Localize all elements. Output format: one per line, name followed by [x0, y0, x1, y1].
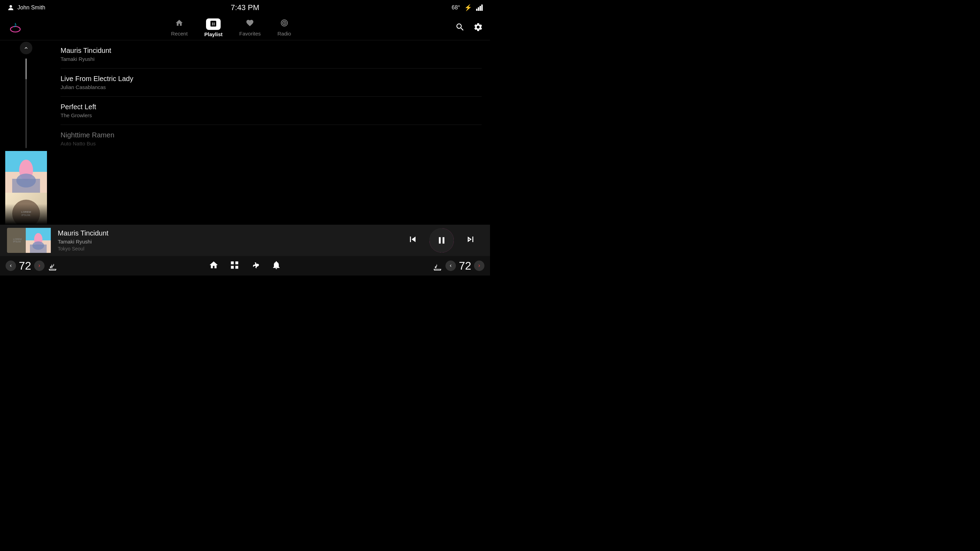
tab-recent-label: Recent	[171, 30, 188, 37]
player-controls	[407, 228, 476, 252]
seat-heat-right-icon	[432, 260, 443, 271]
tab-favorites[interactable]: Favorites	[239, 19, 261, 37]
temp-right-display: 72	[459, 259, 471, 272]
song-title-1: Live From Electric Lady	[60, 75, 482, 83]
album-art-1-svg	[5, 151, 47, 193]
main-content: LOREMIPSUM. COLOR SHAPE	[0, 40, 490, 256]
svg-rect-12	[12, 179, 40, 193]
now-playing-info: Mauris Tincidunt Tamaki Ryushi Tokyo Seo…	[58, 229, 402, 251]
song-item-0[interactable]: Mauris Tincidunt Tamaki Ryushi	[60, 40, 482, 68]
temp-right-value: 72	[459, 259, 471, 272]
tab-playlist-label: Playlist	[204, 31, 223, 37]
favorites-tab-icon	[246, 19, 254, 29]
tab-favorites-label: Favorites	[239, 30, 261, 37]
svg-point-0	[10, 5, 12, 8]
grid-button[interactable]	[230, 260, 239, 272]
radio-tab-icon	[280, 19, 288, 29]
playlist-tab-icon-box	[206, 18, 221, 30]
notifications-button[interactable]	[272, 260, 281, 272]
temp-left-increase[interactable]	[34, 260, 45, 271]
temp-left-decrease[interactable]	[6, 260, 16, 271]
status-bar: John Smith 7:43 PM 68° ⚡	[0, 0, 490, 15]
temp-right-increase[interactable]	[474, 260, 484, 271]
temp-left-display: 72	[19, 259, 31, 272]
song-item-3[interactable]: Nighttime Ramen Auto Natto Bus	[60, 125, 482, 153]
now-playing-art-stack: LOREMIPSUM	[7, 228, 52, 253]
signal-icon	[476, 5, 483, 11]
song-artist-1: Julian Casablancas	[60, 84, 482, 90]
bottom-center-controls	[209, 260, 281, 272]
next-track-label: Tokyo Seoul	[58, 246, 402, 251]
seat-heat-left-icon	[47, 260, 58, 271]
svg-rect-3	[480, 6, 481, 11]
seat-heat-left-button[interactable]	[47, 260, 58, 271]
search-button[interactable]	[455, 22, 465, 33]
prev-track-button[interactable]	[407, 234, 418, 247]
bluetooth-icon: ⚡	[464, 4, 472, 11]
now-playing-artist: Tamaki Ryushi	[58, 239, 402, 245]
next-track-button[interactable]	[465, 234, 476, 247]
status-time: 7:43 PM	[231, 3, 259, 12]
song-title-3: Nighttime Ramen	[60, 131, 482, 139]
pause-icon	[436, 235, 447, 246]
svg-point-25	[255, 264, 256, 266]
temp-right-decrease[interactable]	[445, 260, 456, 271]
svg-rect-24	[30, 245, 47, 253]
tab-recent[interactable]: Recent	[171, 19, 188, 37]
user-icon	[7, 4, 14, 11]
user-name: John Smith	[18, 5, 45, 11]
svg-rect-4	[481, 5, 483, 11]
song-title-2: Perfect Left	[60, 103, 482, 111]
nav-tabs: Recent Playlist Favorites	[7, 18, 455, 37]
scroll-up-button[interactable]	[20, 42, 32, 54]
bottom-left-controls: 72	[6, 259, 58, 272]
seat-heat-right-button[interactable]	[432, 260, 443, 271]
play-pause-button[interactable]	[430, 228, 454, 252]
sidebar: LOREMIPSUM. COLOR SHAPE	[0, 40, 52, 256]
bottom-right-controls: 72	[432, 259, 484, 272]
home-tab-icon	[175, 19, 183, 29]
song-artist-3: Auto Natto Bus	[60, 141, 482, 146]
svg-rect-2	[478, 7, 479, 11]
song-list: Mauris Tincidunt Tamaki Ryushi Live From…	[52, 40, 490, 256]
svg-point-7	[284, 22, 285, 24]
np-art-svg	[24, 228, 52, 253]
nav-actions	[455, 22, 483, 33]
song-item-1[interactable]: Live From Electric Lady Julian Casablanc…	[60, 68, 482, 97]
song-artist-2: The Growlers	[60, 112, 482, 118]
song-title-0: Mauris Tincidunt	[60, 47, 482, 55]
lorem-ipsum-circle: LOREMIPSUM.	[12, 200, 40, 227]
svg-rect-1	[476, 9, 477, 11]
bottom-nav: 72	[0, 256, 490, 275]
temperature-display: 68°	[452, 5, 460, 11]
fan-button[interactable]	[251, 260, 260, 272]
tab-radio-label: Radio	[277, 30, 291, 37]
album-thumb-1[interactable]	[5, 151, 47, 193]
scroll-track	[25, 59, 27, 148]
nav-bar: ♪ Recent Playlist	[0, 15, 490, 40]
np-art-front	[24, 228, 52, 253]
settings-button[interactable]	[473, 22, 483, 33]
scroll-thumb	[25, 59, 27, 79]
tab-playlist[interactable]: Playlist	[204, 18, 223, 37]
status-user: John Smith	[7, 4, 45, 11]
status-right: 68° ⚡	[452, 4, 483, 11]
now-playing-bar: LOREMIPSUM Mauris Tincidunt Tamaki Ryush…	[0, 225, 490, 256]
tab-radio[interactable]: Radio	[277, 19, 291, 37]
song-item-2[interactable]: Perfect Left The Growlers	[60, 97, 482, 125]
temp-left-value: 72	[19, 259, 31, 272]
now-playing-title: Mauris Tincidunt	[58, 229, 402, 237]
song-artist-0: Tamaki Ryushi	[60, 56, 482, 62]
home-button[interactable]	[209, 260, 218, 272]
